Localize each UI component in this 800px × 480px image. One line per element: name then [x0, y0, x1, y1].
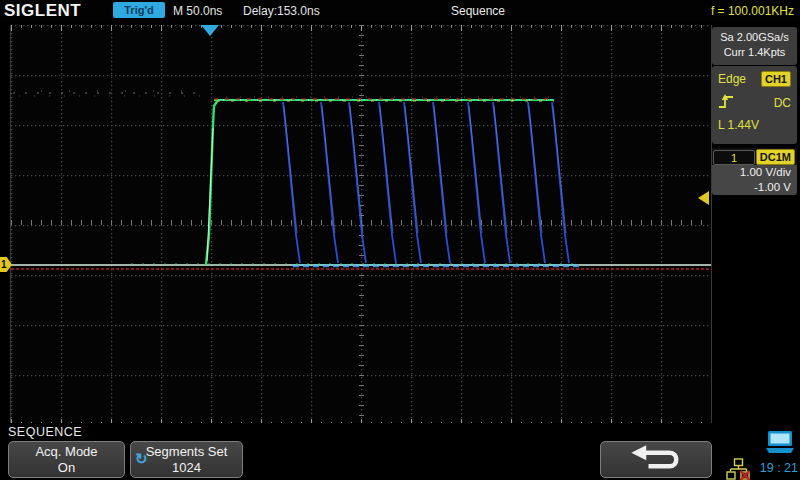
acq-mode-label: Acq. Mode — [9, 444, 124, 460]
segments-set-value: 1024 — [131, 460, 242, 476]
segments-set-label: Segments Set — [131, 444, 242, 460]
channel1-offset-readout: -1.00 V — [712, 180, 797, 195]
acq-mode-button[interactable]: Acq. Mode On — [8, 441, 125, 478]
trigger-info-box: Edge CH1 DC L 1.44V — [712, 66, 797, 144]
trigger-delay-readout: Delay:153.0ns — [243, 4, 320, 18]
acq-mode-value: On — [9, 460, 124, 476]
acquisition-info-box: Sa 2.00GSa/s Curr 1.4Kpts — [712, 27, 797, 65]
softkey-menu-bar: SEQUENCE Acq. Mode On ↻ Segments Set 102… — [0, 423, 800, 480]
sample-rate-readout: Sa 2.00GSa/s — [712, 30, 797, 45]
siglent-logo: SIGLENT — [4, 1, 81, 21]
trigger-level-readout: L 1.44V — [718, 118, 759, 132]
clock-readout: 19 : 21 — [748, 461, 798, 475]
channel1-number-chip: 1 — [713, 150, 755, 165]
channel1-header-row: 1 DC1M — [712, 148, 797, 165]
menu-title: SEQUENCE — [8, 425, 82, 439]
top-status-bar: SIGLENT Trig'd M 50.0ns Delay:153.0ns Se… — [0, 0, 800, 22]
channel1-scale-readout: 1.00 V/div — [712, 165, 797, 180]
back-button[interactable] — [600, 441, 712, 478]
waveform-traces — [11, 25, 711, 425]
rising-edge-icon — [718, 93, 735, 112]
channel1-coupling-badge: DC1M — [756, 149, 795, 165]
remote-display-icon[interactable] — [764, 430, 796, 460]
frequency-counter-readout: f = 100.001KHz — [711, 4, 794, 18]
memory-depth-readout: Curr 1.4Kpts — [712, 45, 797, 60]
trigger-type-label: Edge — [718, 72, 746, 86]
trigger-level-marker[interactable] — [698, 191, 709, 205]
waveform-display — [10, 25, 712, 427]
trigger-position-marker[interactable] — [201, 25, 219, 36]
trigger-status-badge: Trig'd — [113, 2, 165, 18]
adjust-knob-icon: ↻ — [135, 451, 148, 467]
page-title: Sequence — [451, 4, 505, 18]
return-arrow-icon — [624, 443, 688, 477]
timebase-readout: M 50.0ns — [173, 4, 222, 18]
trigger-coupling-label: DC — [774, 96, 791, 110]
segments-set-button[interactable]: ↻ Segments Set 1024 — [130, 441, 243, 478]
channel1-info-box[interactable]: 1 DC1M 1.00 V/div -1.00 V — [712, 148, 797, 195]
trigger-source-badge: CH1 — [761, 71, 791, 87]
